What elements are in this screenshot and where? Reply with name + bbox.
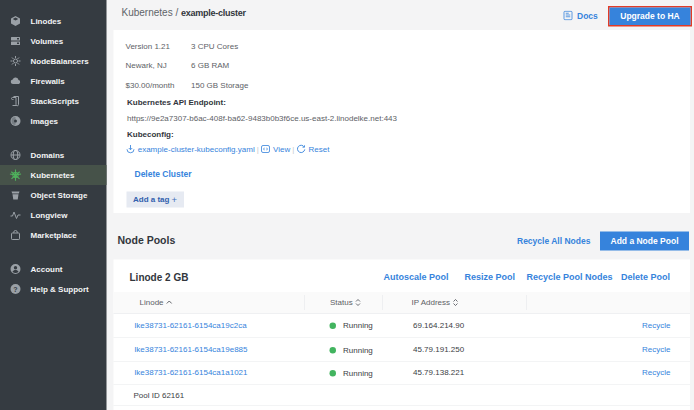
svg-text:?: ? [13,286,17,293]
